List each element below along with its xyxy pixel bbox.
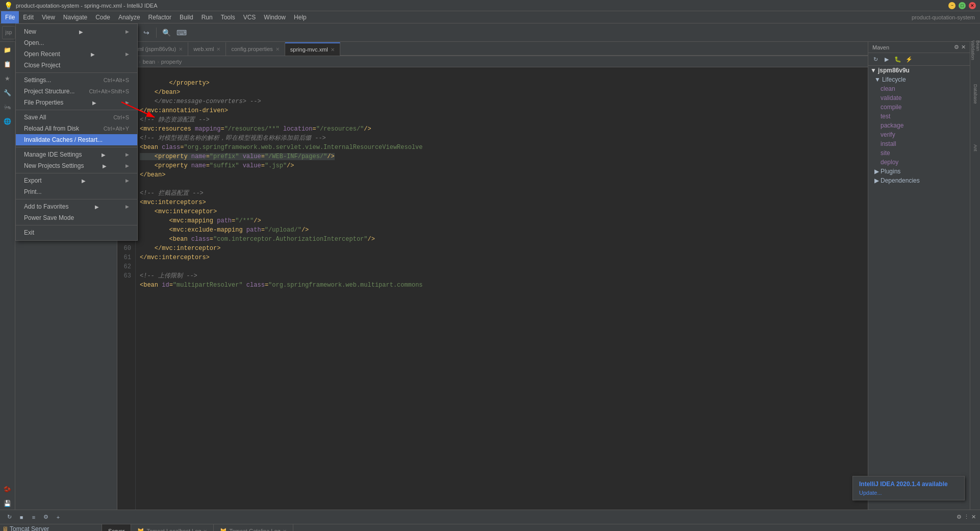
sidebar-web-icon[interactable]: 🌐 <box>2 115 14 128</box>
menu-print[interactable]: Print... <box>16 186 137 197</box>
maven-test[interactable]: test <box>868 112 970 121</box>
maven-compile[interactable]: compile <box>868 103 970 112</box>
menu-open[interactable]: Open... <box>16 37 137 48</box>
maven-run[interactable]: ▶ <box>882 54 892 64</box>
tab-localhost-label: Tomcat Localhost Log <box>146 528 201 531</box>
menu-file-properties[interactable]: File Properties▶ <box>16 97 137 108</box>
sidebar-ant-icon[interactable]: 🐜 <box>2 101 14 113</box>
maven-package[interactable]: package <box>868 121 970 130</box>
maven-debug[interactable]: 🐛 <box>893 54 903 64</box>
maven-site[interactable]: site <box>868 148 970 158</box>
services-tab-catalina[interactable]: 🐱 Tomcat Catalina Log ✕ <box>214 524 293 531</box>
maven-root-item[interactable]: ▼ jspm86v9u <box>868 66 970 75</box>
sidebar-db-icon[interactable]: 💾 <box>2 497 14 510</box>
menu-export[interactable]: Export▶ <box>16 175 137 186</box>
maven-lifecycle[interactable]: ▼ Lifecycle <box>868 75 970 84</box>
breadcrumb-property[interactable]: property <box>161 59 182 65</box>
menu-power-save[interactable]: Power Save Mode <box>16 212 137 223</box>
tab-localhost-close[interactable]: ✕ <box>203 528 207 532</box>
menu-save-all[interactable]: Save AllCtrl+S <box>16 112 137 123</box>
services-tab-localhost[interactable]: 🐱 Tomcat Localhost Log ✕ <box>131 524 214 531</box>
menu-code[interactable]: Code <box>91 11 114 23</box>
menu-help[interactable]: Help <box>290 11 311 23</box>
breadcrumb-bean[interactable]: bean <box>143 59 155 65</box>
menu-new[interactable]: New▶ <box>16 26 137 37</box>
ant-label[interactable]: Ant <box>971 142 979 154</box>
services-settings-icon[interactable]: ⚙ <box>957 514 962 520</box>
menu-new-projects-settings[interactable]: New Projects Settings▶ <box>16 160 137 171</box>
bean-validation-label[interactable]: Bean Validation <box>971 44 979 56</box>
maven-refresh[interactable]: ↻ <box>870 54 881 64</box>
database-label[interactable]: Database <box>971 88 979 100</box>
services-filter[interactable]: ⚙ <box>41 512 51 522</box>
maximize-button[interactable]: □ <box>959 2 966 9</box>
maven-close-icon[interactable]: ✕ <box>961 44 966 50</box>
menu-view[interactable]: View <box>38 11 59 23</box>
menu-refactor[interactable]: Refactor <box>144 11 175 23</box>
title-bar: 💡 product-quotation-system - spring-mvc.… <box>0 0 980 11</box>
sidebar-favorites-icon[interactable]: ★ <box>2 72 14 85</box>
menu-file[interactable]: File <box>1 11 19 23</box>
code-content[interactable]: </property> </bean> </mvc:message-conver… <box>136 67 868 510</box>
tab-close-pom[interactable]: ✕ <box>179 46 183 52</box>
maven-panel: Maven ⚙ ✕ ↻ ▶ 🐛 ⚡ ▼ jspm86v9u ▼ Lifecycl… <box>868 42 970 510</box>
menu-navigate[interactable]: Navigate <box>59 11 91 23</box>
services-menu[interactable]: ≡ <box>29 512 39 522</box>
maven-clean[interactable]: clean <box>868 84 970 93</box>
menu-run[interactable]: Run <box>197 11 217 23</box>
tab-close-spring[interactable]: ✕ <box>331 47 335 53</box>
menu-window[interactable]: Window <box>260 11 290 23</box>
project-selector[interactable]: jsp <box>2 26 15 39</box>
menu-add-to-favorites[interactable]: Add to Favorites▶ <box>16 201 137 212</box>
maven-settings-icon[interactable]: ⚙ <box>954 44 959 50</box>
minimize-button[interactable]: － <box>948 2 956 9</box>
menu-reload-all[interactable]: Reload All from DiskCtrl+Alt+Y <box>16 123 137 134</box>
sidebar-bean-icon[interactable]: 🫘 <box>2 483 14 495</box>
menu-build[interactable]: Build <box>175 11 197 23</box>
notification-update-link[interactable]: Update... <box>859 490 882 496</box>
tab-config-properties[interactable]: config.properties ✕ <box>226 42 285 56</box>
sidebar-structure-icon[interactable]: 📋 <box>2 58 14 70</box>
tab-close-config[interactable]: ✕ <box>275 46 280 52</box>
menu-project-structure[interactable]: Project Structure...Ctrl+Alt+Shift+S <box>16 86 137 97</box>
services-stop[interactable]: ■ <box>16 512 27 522</box>
tab-web-xml[interactable]: web.xml ✕ <box>188 42 226 56</box>
menu-settings[interactable]: Settings...Ctrl+Alt+S <box>16 74 137 86</box>
tab-catalina-close[interactable]: ✕ <box>283 528 287 532</box>
server-label: Tomcat Server <box>10 525 49 531</box>
lifecycle-test: test <box>881 113 890 120</box>
menu-analyze[interactable]: Analyze <box>114 11 144 23</box>
services-refresh[interactable]: ↻ <box>4 512 14 522</box>
maven-skip-tests[interactable]: ⚡ <box>904 54 914 64</box>
menu-edit[interactable]: Edit <box>19 11 38 23</box>
menu-manage-ide[interactable]: Manage IDE Settings▶ <box>16 149 137 160</box>
services-tab-server[interactable]: Server <box>102 524 131 531</box>
tab-spring-mvc[interactable]: spring-mvc.xml ✕ <box>285 42 340 56</box>
maven-verify[interactable]: verify <box>868 130 970 139</box>
menu-close-project[interactable]: Close Project <box>16 60 137 71</box>
search-button[interactable]: 🔍 <box>159 26 173 40</box>
sidebar-maven-icon[interactable]: 🔧 <box>2 87 14 99</box>
lifecycle-compile: compile <box>881 104 901 111</box>
redo-button[interactable]: ↪ <box>139 26 154 40</box>
sidebar-project-icon[interactable]: 📁 <box>2 44 14 56</box>
menu-invalidate-caches[interactable]: Invalidate Caches / Restart... <box>16 134 137 145</box>
tab-close-web[interactable]: ✕ <box>216 46 220 52</box>
services-close-icon[interactable]: ✕ <box>971 514 976 520</box>
services-add[interactable]: + <box>53 512 63 522</box>
services-options-icon[interactable]: ⋮ <box>964 514 969 520</box>
lifecycle-validate: validate <box>881 94 901 102</box>
close-button[interactable]: ✕ <box>969 2 976 9</box>
maven-validate[interactable]: validate <box>868 93 970 103</box>
services-tomcat-server[interactable]: 🖥 Tomcat Server <box>0 524 102 531</box>
menu-tools[interactable]: Tools <box>217 11 239 23</box>
menu-vcs[interactable]: VCS <box>239 11 260 23</box>
maven-plugins[interactable]: ▶ Plugins <box>868 167 970 176</box>
breadcrumb: beans › bean › property <box>117 56 868 67</box>
maven-deploy[interactable]: deploy <box>868 158 970 167</box>
translate-button[interactable]: ⌨ <box>174 26 189 40</box>
menu-exit[interactable]: Exit <box>16 227 137 238</box>
maven-install[interactable]: install <box>868 139 970 148</box>
menu-open-recent[interactable]: Open Recent▶ <box>16 48 137 60</box>
maven-dependencies[interactable]: ▶ Dependencies <box>868 176 970 185</box>
